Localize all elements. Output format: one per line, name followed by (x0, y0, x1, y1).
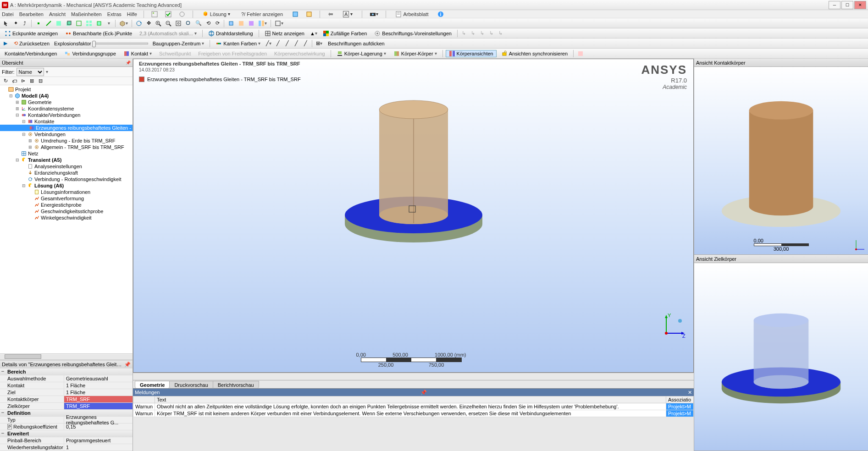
toolbar-icon[interactable] (75, 20, 83, 27)
tree-node[interactable]: Netz (0, 150, 133, 157)
body-views-button[interactable]: Körperansichten (446, 50, 497, 57)
tab-druckvorschau[interactable]: Druckvorschau (169, 381, 213, 388)
rotate-icon[interactable] (135, 20, 143, 27)
menu-extras[interactable]: Extras (107, 11, 122, 17)
show-mesh-button[interactable]: Netz anzeigen (262, 30, 307, 37)
close-button[interactable]: ✕ (854, 1, 866, 9)
expand-all-icon[interactable]: ⊞ (28, 77, 35, 85)
toolbar-icon[interactable]: ▾ (257, 20, 268, 27)
toolbar-icon[interactable] (237, 20, 245, 27)
contact-dropdown[interactable]: Kontakt▾ (121, 50, 155, 57)
autoscale-dropdown[interactable]: 2,3 (Automatisch skali...▾ (137, 30, 199, 37)
pin-icon[interactable]: 📌 (124, 362, 131, 368)
triad-icon[interactable]: Y Z (655, 313, 687, 340)
horizontal-scrollbar[interactable] (0, 354, 133, 360)
edge-icon[interactable]: ╱▾ (265, 40, 272, 47)
details-row[interactable]: Ziel1 Fläche (0, 389, 133, 396)
cursor-icon[interactable] (2, 20, 10, 27)
release-dof-button[interactable]: Freigeben von Freiheitsgraden (195, 50, 270, 57)
pan-icon[interactable]: ✥ (145, 20, 152, 27)
collapse-all-icon[interactable]: ⊟ (37, 77, 44, 85)
tree-node[interactable]: ⊞Umdrehung - Erde bis TRM_SRF (0, 138, 133, 144)
text-annotation-button[interactable]: A▾ (340, 11, 355, 18)
toolbar-icon[interactable]: ▾ (105, 20, 112, 27)
edge-icon[interactable]: ╱ (293, 40, 300, 47)
filter-dropdown[interactable]: Name (17, 68, 44, 76)
details-row[interactable]: Pinball-BereichProgrammgesteuert (0, 437, 133, 444)
toolbar-icon[interactable] (85, 20, 93, 27)
toolbar-icon[interactable] (164, 11, 172, 18)
info-icon[interactable]: i (437, 11, 445, 18)
tree-node[interactable]: ⊟Transient (A5) (0, 157, 133, 163)
contact-body-viewport[interactable]: 0,00 300,00 (694, 67, 868, 254)
tree-node[interactable]: Projekt (0, 86, 133, 93)
tree-node[interactable]: Verbindung - Rotationsgeschwindigkeit (0, 176, 133, 182)
iso-view-icon[interactable]: ▾ (118, 20, 129, 27)
vertex-select-icon[interactable] (34, 20, 43, 27)
tree-node[interactable]: ⊞Geometrie (0, 99, 133, 105)
prev-view-icon[interactable]: ⟲ (205, 20, 212, 27)
viewport-scrollbar[interactable] (133, 373, 694, 380)
zoom-box-icon[interactable] (184, 20, 193, 27)
toolbar-icon[interactable] (150, 11, 159, 18)
details-row[interactable]: Wiederherstellungsfaktor1 (0, 444, 133, 451)
tree-node[interactable]: Winkelgeschwindigkeit (0, 214, 133, 221)
tree-node[interactable]: Energiestichprobe (0, 202, 133, 208)
viewport-layout-icon[interactable]: ▾ (274, 20, 284, 27)
edge-icon[interactable]: ╱ (302, 40, 309, 47)
details-row[interactable]: ZielkörperTRM_SRF (0, 403, 133, 410)
toolbar-icon[interactable] (95, 20, 103, 27)
tree-node[interactable]: Geschwindigkeitsstichprobe (0, 208, 133, 214)
toolbar-icon[interactable]: ▲▾ (309, 30, 318, 37)
zoom-fit-icon[interactable] (174, 20, 182, 27)
pin-icon[interactable]: 📌 (420, 390, 427, 396)
details-row[interactable]: Kontakt1 Fläche (0, 382, 133, 389)
zoom-icon[interactable]: 🔍 (194, 20, 203, 27)
details-row[interactable]: PReibungskoeffizient0,15 (0, 424, 133, 430)
edge-colors-button[interactable]: Kanten Farben▾ (213, 40, 263, 47)
toolbar-icon[interactable] (576, 50, 585, 57)
close-vertices-button[interactable]: Benachbarte (Eck-)Punkte (62, 30, 135, 37)
tree-node[interactable]: Analyseeinstellungen (0, 163, 133, 170)
body-select-icon[interactable] (65, 20, 73, 27)
refresh-icon[interactable]: ↻ (2, 77, 9, 85)
worksheet-button[interactable]: Arbeitsblatt (393, 11, 431, 18)
model-3d[interactable] (336, 82, 492, 275)
zoom-out-icon[interactable] (164, 20, 172, 27)
contacts-button[interactable]: Kontakte/Verbindungen (2, 50, 60, 57)
body-ground-dropdown[interactable]: Körper-Lagerung▾ (334, 50, 389, 57)
tree-node[interactable]: ⊟Modell (A4) (0, 93, 133, 99)
tab-geometrie[interactable]: Geometrie (135, 381, 170, 388)
coord-icon[interactable]: ↳ (460, 30, 468, 37)
coord-icon[interactable]: ↳ (488, 30, 495, 37)
menu-datei[interactable]: Datei (2, 11, 14, 17)
reset-button[interactable]: ⟲Zurücksetzen (11, 40, 52, 47)
menu-hilfe[interactable]: Hilfe (127, 11, 137, 17)
body-interaction-button[interactable]: Körperwechselwirkung (271, 50, 328, 57)
messages-table[interactable]: Text Assoziatio WarnunObwohl nicht an al… (133, 396, 694, 417)
toolbar-icon[interactable]: ▶ (2, 40, 9, 47)
menu-masseinheiten[interactable]: Maßeinheiten (71, 11, 102, 17)
tree-node[interactable]: ⊟Kontakte/Verbindungen (0, 112, 133, 118)
toolbar-icon[interactable] (178, 11, 186, 18)
details-row[interactable]: −Erweitert (0, 430, 133, 437)
toolbar-icon[interactable]: ⤴ (21, 20, 28, 27)
maximize-button[interactable]: ☐ (841, 1, 853, 9)
look-at-icon[interactable] (227, 20, 235, 27)
toolbar-icon[interactable]: 🏷 (11, 77, 18, 85)
details-row[interactable]: AuswahlmethodeGeometrieauswahl (0, 375, 133, 382)
edge-select-icon[interactable] (44, 20, 53, 27)
random-colors-button[interactable]: Zufällige Farben (320, 30, 370, 37)
explosion-slider[interactable] (93, 43, 148, 44)
outline-tree[interactable]: Projekt⊟Modell (A4)⊞Geometrie⊞Koordinate… (0, 85, 133, 353)
assembly-center-dropdown[interactable]: Baugruppen-Zentrum▾ (150, 40, 207, 47)
tree-node[interactable]: ⊟Lösung (A6) (0, 182, 133, 189)
tree-node[interactable]: ⊞Koordinatensysteme (0, 105, 133, 112)
details-row[interactable]: −Bereich (0, 368, 133, 375)
toolbar-icon[interactable] (291, 11, 299, 18)
pin-icon[interactable]: 📌 (126, 60, 131, 65)
solve-button[interactable]: Lösung▾ (199, 11, 233, 18)
thicken-annotations-button[interactable]: Beschriftungen aufdicken (325, 40, 387, 47)
details-row[interactable]: TypErzwungenes reibungsbehaftetes G... (0, 417, 133, 424)
errors-button[interactable]: ?/ Fehler anzeigen (238, 11, 286, 18)
